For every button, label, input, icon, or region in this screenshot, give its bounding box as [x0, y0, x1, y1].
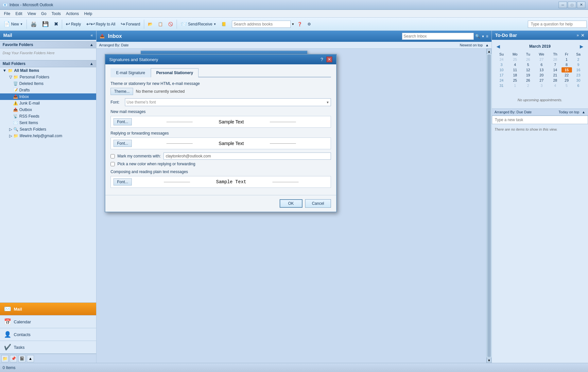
cal-day-5[interactable]: 5 [522, 62, 534, 67]
menu-help[interactable]: Help [81, 11, 95, 17]
font-btn-2[interactable]: Font... [113, 140, 132, 147]
cal-day-2[interactable]: 2 [522, 83, 534, 88]
cal-day-15[interactable]: 15 [562, 67, 572, 73]
search-btn[interactable]: 🔍 [475, 34, 480, 39]
cal-day-19[interactable]: 19 [522, 73, 534, 78]
send-receive-button[interactable]: 📨 Send/Receive ▼ [178, 20, 219, 28]
tab-email-sig[interactable]: E-mail Signature [111, 68, 151, 77]
forward-button[interactable]: ↪ Forward [118, 20, 143, 28]
shortcuts-icon-btn[interactable]: 📌 [10, 355, 17, 362]
cal-day-31[interactable]: 31 [495, 83, 508, 88]
options-btn[interactable]: ⚙ [305, 21, 313, 28]
nav-contacts[interactable]: 👤 Contacts [0, 328, 96, 341]
cal-day-8[interactable]: 8 [562, 62, 572, 67]
theme-btn[interactable]: Theme... [111, 88, 133, 95]
inbox-folder[interactable]: 📥 Inbox [0, 93, 96, 100]
reply-button[interactable]: ↩ Reply [63, 20, 83, 28]
close-btn-window[interactable]: ✕ [577, 2, 585, 8]
delete-button[interactable]: ✖ [52, 20, 61, 28]
menu-go[interactable]: Go [39, 11, 49, 17]
cal-day-11[interactable]: 11 [508, 67, 522, 73]
sent-items-folder[interactable]: ✉️ Sent Items [0, 120, 96, 126]
all-mail-items[interactable]: ▼ 📁 All Mail Items [0, 67, 96, 74]
font-btn-3[interactable]: Font... [113, 178, 132, 186]
cal-day-25[interactable]: 25 [508, 57, 522, 62]
sig-ok-btn[interactable]: OK [280, 199, 303, 208]
cal-day-7[interactable]: 7 [549, 62, 562, 67]
junk-btn[interactable]: 🚫 [166, 21, 175, 28]
menu-actions[interactable]: Actions [63, 11, 81, 17]
cal-day-26[interactable]: 26 [522, 57, 534, 62]
nav-mail[interactable]: ✉️ Mail [0, 303, 96, 315]
sort-scrollbar-up[interactable]: ▲ [485, 43, 489, 47]
todo-close-icon[interactable]: ✕ [581, 33, 585, 38]
font-btn-1[interactable]: Font... [113, 118, 132, 125]
minimize-btn[interactable]: ─ [559, 2, 567, 8]
menu-tools[interactable]: Tools [49, 11, 63, 17]
menu-view[interactable]: View [25, 11, 39, 17]
nav-calendar[interactable]: 📅 Calendar [0, 315, 96, 328]
nav-tasks[interactable]: ✔️ Tasks [0, 341, 96, 354]
cal-day-14[interactable]: 14 [549, 67, 562, 73]
cal-day-27[interactable]: 27 [534, 57, 549, 62]
cal-day-3[interactable]: 3 [495, 62, 508, 67]
mark-comments-input[interactable] [164, 153, 331, 160]
drafts-folder[interactable]: 📝 Drafts [0, 87, 96, 93]
scroll-down-btn[interactable]: ▼ [487, 358, 492, 363]
search-folders[interactable]: ▷ 🔍 Search Folders [0, 126, 96, 133]
address-book-btn[interactable]: 📒 [219, 21, 229, 28]
new-dropdown-arrow[interactable]: ▼ [20, 23, 23, 26]
cal-day-1[interactable]: 1 [508, 83, 522, 88]
cal-day-23[interactable]: 23 [572, 73, 585, 78]
gmail-account[interactable]: ▷ 📁 lifewire.help@gmail.com [0, 133, 96, 139]
sig-help-btn[interactable]: ? [320, 57, 323, 62]
cal-next-btn[interactable]: ▶ [579, 43, 585, 50]
cal-day-3[interactable]: 3 [534, 83, 549, 88]
cal-day-16[interactable]: 16 [572, 67, 585, 73]
deleted-items-folder[interactable]: 🗑️ Deleted Items [0, 80, 96, 87]
rss-feeds-folder[interactable]: 📡 RSS Feeds [0, 113, 96, 120]
cal-day-5[interactable]: 5 [562, 83, 572, 88]
cal-day-12[interactable]: 12 [522, 67, 534, 73]
reply-all-button[interactable]: ↩↩ Reply to All [84, 20, 118, 28]
outbox-folder[interactable]: 📤 Outbox [0, 106, 96, 113]
folders-icon-btn[interactable]: 📁 [1, 355, 9, 362]
save-button[interactable]: 💾 [40, 20, 51, 28]
new-task-input[interactable] [492, 116, 588, 124]
scroll-thumb[interactable] [487, 55, 491, 357]
cal-day-9[interactable]: 9 [572, 62, 585, 67]
cal-day-13[interactable]: 13 [534, 67, 549, 73]
address-dropdown-arrow[interactable]: ▼ [291, 23, 294, 26]
task-arranged-by[interactable]: Arranged By: Due Date [494, 110, 532, 114]
pick-color-checkbox[interactable] [111, 162, 115, 166]
scroll-up-btn[interactable]: ▲ [487, 49, 492, 54]
help-btn[interactable]: ❓ [295, 21, 304, 28]
search-inbox-input[interactable] [402, 33, 474, 40]
favorite-folders-header[interactable]: Favorite Folders ▲ [0, 41, 96, 48]
cal-prev-btn[interactable]: ◀ [495, 43, 501, 50]
font-dropdown[interactable]: Use theme's font ▼ [125, 98, 331, 106]
cal-day-6[interactable]: 6 [534, 62, 549, 67]
cal-day-28[interactable]: 28 [549, 57, 562, 62]
cal-day-21[interactable]: 21 [549, 73, 562, 78]
cal-day-4[interactable]: 4 [549, 83, 562, 88]
menu-edit[interactable]: Edit [13, 11, 25, 17]
cal-day-2[interactable]: 2 [572, 57, 585, 62]
print-button[interactable]: 🖨️ [28, 20, 39, 28]
search-dropdown[interactable]: ▼ [481, 35, 485, 38]
cal-day-30[interactable]: 30 [572, 78, 585, 83]
nav-expand-btn[interactable]: ▲ [27, 355, 34, 362]
cal-day-22[interactable]: 22 [562, 73, 572, 78]
maximize-btn[interactable]: □ [568, 2, 576, 8]
cal-day-1[interactable]: 1 [562, 57, 572, 62]
tab-personal-stationery[interactable]: Personal Stationery [151, 68, 199, 77]
cal-day-20[interactable]: 20 [534, 73, 549, 78]
mark-comments-checkbox[interactable] [111, 154, 115, 158]
help-input[interactable] [528, 21, 587, 28]
task-scroll-up[interactable]: ▲ [582, 110, 585, 114]
cal-day-10[interactable]: 10 [495, 67, 508, 73]
cal-day-27[interactable]: 27 [534, 78, 549, 83]
sig-cancel-btn[interactable]: Cancel [305, 199, 331, 208]
cal-day-4[interactable]: 4 [508, 62, 522, 67]
search-expand[interactable]: ≡ [486, 34, 488, 39]
